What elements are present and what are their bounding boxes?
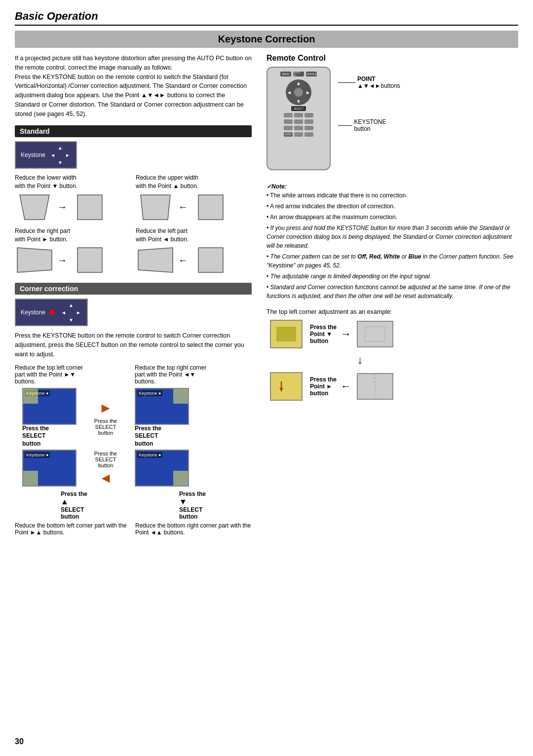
example-row1: Press thePoint ▼button → (266, 319, 518, 349)
center-arrows-bottom: Press theSELECTbutton ◄ (94, 451, 117, 486)
nav-left: ◄ (287, 90, 292, 95)
remote-nav-circle: ▲ ▼ ◄ ► (286, 79, 311, 105)
note-7: Standard and Corner correction functions… (266, 283, 518, 301)
remote-btn-adjclr: ADJ/CLR (306, 72, 317, 76)
select-label-tr: Press theSELECTbutton (135, 425, 189, 448)
remote-btn7 (284, 126, 293, 130)
arrow-left-4: ← (178, 255, 188, 266)
remote-btn1 (284, 113, 293, 117)
center-arrows-top: ► Press theSELECTbutton (94, 400, 117, 436)
intro-text: If a projected picture still has keyston… (15, 54, 252, 118)
notes-title: ✓Note: (266, 182, 518, 191)
remote-mid-row1 (267, 112, 330, 118)
corner-reduce-topright: Reduce the top right cornerpart with the… (135, 364, 252, 385)
remote-top-row: MENU AUTO PC ADJ/CLR (267, 68, 330, 78)
remote-btn5 (294, 119, 303, 124)
section-title: Keystone Correction (15, 31, 518, 48)
svg-marker-9 (276, 327, 296, 341)
page-number: 30 (15, 737, 24, 746)
svg-marker-1 (77, 195, 102, 220)
diagram-caption-2: Reduce the upper widthwith the Point ▲ b… (136, 174, 252, 190)
select-label-tl: Press theSELECTbutton (22, 425, 76, 448)
blue-screen-tl: Keystone ● (22, 388, 76, 425)
corner-dialog-label: Keystone (21, 309, 45, 316)
example-text: The top left corner adjustment as an exa… (266, 308, 518, 315)
arrow-right-1: → (57, 201, 67, 213)
note-1: The white arrows indicate that there is … (266, 191, 518, 200)
trapezoid-1b (70, 192, 110, 222)
svg-rect-10 (357, 321, 393, 347)
keystone-dialog-label: Keystone (21, 151, 45, 158)
svg-marker-0 (20, 195, 49, 220)
corner-cell-br: Keystone ● (135, 450, 189, 487)
remote-btn-keystone: KYST (284, 132, 293, 137)
press-select-top: Press theSELECTbutton (94, 418, 117, 436)
svg-marker-6 (138, 248, 173, 272)
remote-control-title: Remote Control (266, 54, 518, 63)
diagram-row-3: → (15, 245, 131, 275)
arrow-big-right: ► (99, 400, 113, 416)
screen-label-tr: Keystone ● (137, 390, 162, 396)
example-arrow-1: → (341, 328, 351, 340)
point-label: POINT ▲▼◄►buttons (357, 76, 400, 89)
highlight-bl (23, 471, 38, 486)
example-screen-4 (355, 372, 395, 401)
blue-screen-tr: Keystone ● (135, 388, 189, 425)
point-annotation: POINT ▲▼◄►buttons (338, 76, 400, 89)
select-btn-row: SELECT (267, 106, 330, 111)
corner-keystone-dialog: Keystone ▲ ◄ ► ▼ (15, 299, 88, 326)
svg-marker-5 (77, 248, 102, 272)
note-2: A red arrow indicates the direction of c… (266, 202, 518, 211)
blue-screen-br: Keystone ● (135, 450, 189, 487)
remote-body: MENU AUTO PC ADJ/CLR ▲ ▼ ◄ ► SELECT (266, 67, 331, 170)
example-screen-1 (266, 319, 306, 349)
screen-label-bl: Keystone ● (25, 452, 50, 458)
right-column: Remote Control MENU AUTO PC ADJ/CLR ▲ ▼ … (266, 54, 518, 536)
diagram-row-4: ← (136, 245, 252, 275)
point-line-h (338, 82, 355, 83)
main-layout: If a projected picture still has keyston… (15, 54, 518, 536)
remote-nav-center (294, 88, 303, 97)
keystone-annotation: KEYSTONE button (338, 118, 395, 132)
keystone-dialog: Keystone ▲ ◄ ► ▼ (15, 141, 77, 169)
corner-cell-tr: Keystone ● Press theSELECTbutton (135, 388, 189, 448)
example-arrow-2: ← (341, 380, 351, 393)
remote-mid-row2 (267, 118, 330, 125)
note-4: If you press and hold the KEYSTONE butto… (266, 224, 518, 250)
corner-header: Corner correction (15, 283, 252, 295)
example-row-arrow: ↓ (266, 354, 518, 367)
diagram-item-1: Reduce the lower widthwith the Point ▼ b… (15, 174, 131, 222)
example-screen-2 (355, 319, 395, 349)
arrow-big-left: ◄ (99, 470, 113, 486)
page-title: Basic Operation (15, 10, 518, 23)
trapezoid-2 (136, 192, 175, 222)
example-row2: Press thePoint ►button ← (266, 372, 518, 401)
diagram-item-4: Reduce the left partwith Point ◄ button.… (136, 227, 252, 275)
point-line: POINT ▲▼◄►buttons (338, 76, 400, 89)
svg-marker-7 (198, 248, 223, 272)
corner-arrow-cross: ▲ ◄ ► ▼ (60, 302, 82, 323)
keystone-line-h (338, 125, 352, 126)
remote-btn-kb (305, 132, 313, 137)
diagram-caption-4: Reduce the left partwith Point ◄ button. (136, 227, 252, 244)
note-6: The adjustable range is limited dependin… (266, 272, 518, 281)
blue-screen-bl: Keystone ● (22, 450, 76, 487)
corner-reduce-text: Reduce the top left cornerpart with the … (15, 364, 252, 385)
note-3: An arrow disappears at the maximum corre… (266, 213, 518, 222)
select-up: Press the▲SELECTbutton (61, 491, 87, 520)
example-label-2: Press thePoint ►button (310, 376, 337, 397)
arrow-left-2: ← (178, 201, 188, 213)
corner-cell-tl: Keystone ● Press theSELECTbutton (22, 388, 76, 448)
dot-red (49, 310, 54, 315)
svg-marker-15 (270, 373, 302, 400)
arrow-right-3: → (57, 255, 67, 266)
nav-up: ▲ (296, 80, 301, 86)
remote-btn-ka (294, 132, 303, 137)
corner-bottom-right: Reduce the bottom right corner part with… (135, 522, 252, 536)
notes-section: ✓Note: The white arrows indicate that th… (266, 182, 518, 301)
remote-btn9 (305, 126, 313, 130)
trapezoid-2b (191, 192, 230, 222)
diagram-row-2: ← (136, 192, 252, 222)
remote-btn2 (294, 113, 303, 117)
example-area: The top left corner adjustment as an exa… (266, 308, 518, 401)
